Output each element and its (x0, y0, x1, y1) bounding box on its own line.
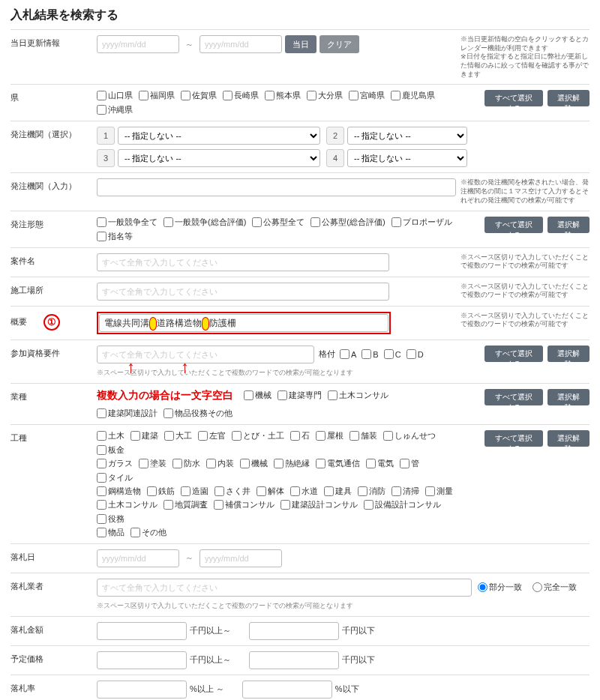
bidtype-chk-5[interactable]: 指名等 (97, 231, 133, 242)
wt1-chk-3[interactable]: 左官 (198, 430, 226, 441)
award-date-to[interactable] (200, 549, 282, 567)
wt3-chk-6[interactable]: 建具 (324, 486, 352, 497)
grade-chk-0[interactable]: A (340, 349, 356, 359)
bidtype-chk-3[interactable]: 公募型(総合評価) (310, 217, 385, 228)
wt1-chk-0[interactable]: 土木 (97, 430, 124, 441)
pref-chk-7[interactable]: 鹿児島県 (391, 90, 435, 101)
wt3-chk-3[interactable]: さく井 (214, 486, 250, 497)
pref-chk-2[interactable]: 佐賀県 (181, 90, 217, 101)
radio-partial-1[interactable]: 部分一致 (478, 582, 522, 593)
select-all-qual[interactable]: すべて選択する (484, 346, 543, 362)
pref-chk-8[interactable]: 沖縄県 (97, 104, 133, 115)
casename-input[interactable] (97, 253, 389, 271)
wt2-chk-1[interactable]: 塗装 (139, 458, 166, 469)
wt1-chk-8[interactable]: しゅんせつ (383, 430, 436, 441)
wt3-chk-4[interactable]: 解体 (256, 486, 284, 497)
pref-chk-0[interactable]: 山口県 (97, 90, 133, 101)
wt3-chk-2[interactable]: 造園 (181, 486, 208, 497)
wt4-chk-1[interactable]: 地質調査 (164, 499, 208, 510)
amount-from[interactable] (97, 622, 187, 640)
wt2-chk-5[interactable]: 熱絶縁 (274, 458, 310, 469)
org-input[interactable] (97, 178, 456, 196)
pref-chk-1[interactable]: 福岡県 (139, 90, 175, 101)
ind2-chk-1[interactable]: 物品役務その他 (164, 408, 232, 419)
ind2-chk-0[interactable]: 建築関連設計 (97, 408, 158, 419)
grade-chk-1[interactable]: B (362, 349, 378, 359)
pref-chk-5[interactable]: 大分県 (307, 90, 343, 101)
select-all-wt[interactable]: すべて選択する (484, 430, 543, 447)
ind-chk-0[interactable]: 機械 (244, 390, 272, 401)
wt4-chk-5[interactable]: 役務 (97, 513, 124, 525)
pref-chk-4[interactable]: 熊本県 (265, 90, 301, 101)
wt4-chk-4[interactable]: 設備設計コンサル (364, 499, 441, 510)
deselect-bidtype[interactable]: 選択解除 (548, 217, 590, 233)
wt5-chk-0[interactable]: 物品 (97, 527, 124, 538)
label-rate: 落札率 (10, 681, 97, 694)
wt2-chk-4[interactable]: 機械 (240, 458, 268, 469)
wt5-chk-1[interactable]: その他 (130, 527, 166, 538)
pref-chk-6[interactable]: 宮崎県 (349, 90, 385, 101)
wt3-chk-1[interactable]: 鉄筋 (147, 486, 175, 497)
select-all-pref[interactable]: すべて選択する (484, 90, 543, 106)
award-co-input[interactable] (97, 579, 472, 597)
org-select-1[interactable]: -- 指定しない -- (118, 127, 320, 145)
rate-from[interactable] (97, 681, 187, 699)
select-all-bidtype[interactable]: すべて選択する (484, 217, 543, 233)
wt1-chk-4[interactable]: とび・土工 (232, 430, 284, 441)
wt3-chk-9[interactable]: 測量 (425, 486, 453, 497)
wt2-chk-7[interactable]: 電気 (366, 458, 394, 469)
deselect-wt[interactable]: 選択解除 (548, 430, 590, 447)
planned-to[interactable] (249, 651, 339, 669)
amount-to[interactable] (249, 622, 339, 640)
wt2-chk-8[interactable]: 管 (400, 458, 419, 469)
ind-chk-2[interactable]: 土木コンサル (328, 390, 388, 401)
update-date-from[interactable] (97, 35, 179, 53)
bidtype-chk-0[interactable]: 一般競争全て (97, 217, 158, 228)
pref-chk-3[interactable]: 長崎県 (223, 90, 259, 101)
deselect-qual[interactable]: 選択解除 (548, 346, 590, 362)
wt3-chk-5[interactable]: 水道 (290, 486, 318, 497)
org-num-3: 3 (97, 149, 115, 167)
wt2-chk-3[interactable]: 内装 (206, 458, 234, 469)
select-all-ind[interactable]: すべて選択する (484, 389, 543, 405)
award-date-from[interactable] (97, 549, 179, 567)
wt3-chk-8[interactable]: 清掃 (392, 486, 419, 497)
radio-exact-1[interactable]: 完全一致 (532, 582, 577, 593)
annotation-multi: 複数入力の場合は一文字空白 (97, 389, 233, 402)
label-industry: 業種 (10, 389, 97, 402)
place-input[interactable] (97, 283, 389, 301)
label-worktype: 工種 (10, 430, 97, 444)
wt1-chk-1[interactable]: 建築 (130, 430, 158, 441)
deselect-pref[interactable]: 選択解除 (548, 90, 590, 106)
wt1-chk-5[interactable]: 石 (290, 430, 310, 441)
org-select-4[interactable]: -- 指定しない -- (347, 149, 467, 167)
wt2-chk-9[interactable]: タイル (97, 472, 133, 483)
bidtype-chk-2[interactable]: 公募型全て (252, 217, 304, 228)
summary-input[interactable]: 電線共同溝道路構造物防護柵 (99, 314, 388, 332)
bidtype-chk-4[interactable]: プロポーザル (392, 217, 452, 228)
wt1-chk-6[interactable]: 屋根 (316, 430, 344, 441)
wt4-chk-3[interactable]: 建築設計コンサル (280, 499, 358, 510)
wt4-chk-2[interactable]: 補償コンサル (214, 499, 274, 510)
wt3-chk-7[interactable]: 消防 (358, 486, 386, 497)
rate-to[interactable] (242, 681, 332, 699)
deselect-ind[interactable]: 選択解除 (548, 389, 590, 405)
today-button[interactable]: 当日 (285, 35, 316, 53)
bidtype-chk-1[interactable]: 一般競争(総合評価) (164, 217, 246, 228)
grade-chk-2[interactable]: C (384, 349, 401, 359)
planned-from[interactable] (97, 651, 187, 669)
clear-button[interactable]: クリア (320, 35, 359, 53)
wt1-chk-2[interactable]: 大工 (164, 430, 192, 441)
org-select-2[interactable]: -- 指定しない -- (347, 127, 467, 145)
wt2-chk-2[interactable]: 防水 (172, 458, 200, 469)
ind-chk-1[interactable]: 建築専門 (278, 390, 322, 401)
wt2-chk-6[interactable]: 電気通信 (316, 458, 360, 469)
update-date-to[interactable] (200, 35, 282, 53)
grade-chk-3[interactable]: D (406, 349, 424, 359)
wt3-chk-0[interactable]: 鋼構造物 (97, 486, 141, 497)
wt1-chk-9[interactable]: 板金 (97, 444, 124, 456)
wt4-chk-0[interactable]: 土木コンサル (97, 499, 158, 510)
wt1-chk-7[interactable]: 舗装 (350, 430, 377, 441)
wt2-chk-0[interactable]: ガラス (97, 458, 133, 469)
org-select-3[interactable]: -- 指定しない -- (118, 149, 320, 167)
